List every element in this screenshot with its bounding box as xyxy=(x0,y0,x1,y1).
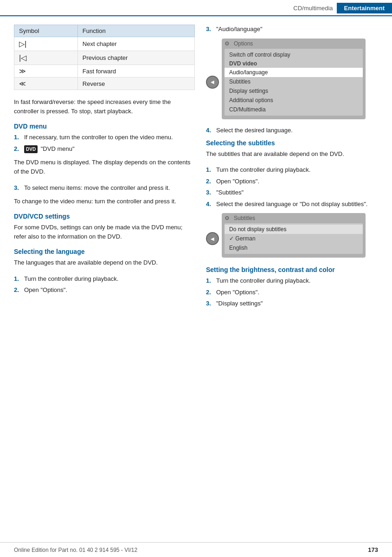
table-row: ≫ Fast forward xyxy=(14,65,195,78)
screen-row: Switch off control display xyxy=(225,50,363,59)
left-column: Symbol Function ▷| Next chapter |◁ Previ… xyxy=(14,25,195,313)
options-screen: ⚙ Options Switch off control display DVD… xyxy=(222,39,366,119)
function-next: Next chapter xyxy=(77,37,194,51)
audio-language-steps: 3. "Audio/language" xyxy=(206,25,378,34)
footer-text: Online Edition for Part no. 01 40 2 914 … xyxy=(14,547,137,553)
dvd-icon: DVD xyxy=(24,145,38,153)
table-header-symbol: Symbol xyxy=(14,25,78,37)
screen-title-bar: ⚙ Options xyxy=(225,40,363,47)
list-item: 2. Open "Options". xyxy=(206,288,378,297)
list-item: 1. If necessary, turn the controller to … xyxy=(14,133,195,142)
right-column: 3. "Audio/language" ◀ ⚙ Options Switch o… xyxy=(206,25,378,313)
dvd-menu-note2: To change to the video menu: turn the co… xyxy=(14,197,195,206)
brightness-steps: 1. Turn the controller during playback. … xyxy=(206,276,378,308)
list-item: 3. To select menu items: move the contro… xyxy=(14,183,195,193)
screen-section-dvd: DVD video xyxy=(225,59,363,68)
options-screen-body: Switch off control display DVD video Aud… xyxy=(225,49,363,116)
dvd-menu-steps: 1. If necessary, turn the controller to … xyxy=(14,133,195,153)
list-item: 1. Turn the controller during playback. xyxy=(14,274,195,284)
dvd-menu-steps2: 3. To select menu items: move the contro… xyxy=(14,183,195,193)
selecting-language-steps: 1. Turn the controller during playback. … xyxy=(14,274,195,295)
list-item: 1. Turn the controller during playback. xyxy=(206,276,378,285)
screen-row-german: ✓ German xyxy=(225,234,363,243)
page-header: CD/multimedia Entertainment xyxy=(0,0,392,16)
list-item: 3. "Subtitles" xyxy=(206,188,378,197)
subtitles-screen: ⚙ Subtitles Do not display subtitles ✓ G… xyxy=(222,213,366,258)
screen-row-do-not-display: Do not display subtitles xyxy=(225,225,363,234)
screen-title: Options xyxy=(234,40,253,47)
screen-row: Display settings xyxy=(225,86,363,96)
dvd-menu-note1: The DVD menu is displayed. The display d… xyxy=(14,158,195,176)
symbol-rev: ≪ xyxy=(14,78,78,90)
select-language-step: 4. Select the desired language. xyxy=(206,126,378,135)
screen-row-english: English xyxy=(225,243,363,253)
list-item: 4. Select the desired language or "Do no… xyxy=(206,200,378,209)
list-item: 1. Turn the controller during playback. xyxy=(206,165,378,175)
controller-button: ◀ xyxy=(206,76,219,89)
subtitles-screen-title: Subtitles xyxy=(234,215,255,221)
main-content: Symbol Function ▷| Next chapter |◁ Previ… xyxy=(0,16,392,313)
subtitles-title-bar: ⚙ Subtitles xyxy=(225,215,363,221)
selecting-subtitles-text: The subtitles that are available depend … xyxy=(206,149,378,159)
list-item: 2. Open "Options". xyxy=(206,177,378,186)
symbol-table: Symbol Function ▷| Next chapter |◁ Previ… xyxy=(14,25,195,90)
table-row: ≪ Reverse xyxy=(14,78,195,90)
controller-button-2: ◀ xyxy=(206,232,219,245)
function-prev: Previous chapter xyxy=(77,51,194,65)
dvd-menu-heading: DVD menu xyxy=(14,123,195,130)
symbol-prev: |◁ xyxy=(14,51,78,65)
list-item: 2. DVD "DVD menu" xyxy=(14,144,195,154)
dvd-vcd-heading: DVD/VCD settings xyxy=(14,213,195,220)
screen-row: Subtitles xyxy=(225,77,363,86)
selecting-subtitles-heading: Selecting the subtitles xyxy=(206,139,378,147)
selecting-language-text: The languages that are available depend … xyxy=(14,258,195,267)
options-screen-container: ◀ ⚙ Options Switch off control display D… xyxy=(206,39,378,126)
function-ff: Fast forward xyxy=(77,65,194,78)
page-number: 173 xyxy=(368,546,378,553)
list-item: 3. "Audio/language" xyxy=(206,25,378,34)
options-icon: ⚙ xyxy=(225,40,231,47)
subtitles-steps: 1. Turn the controller during playback. … xyxy=(206,165,378,208)
header-cd-multimedia: CD/multimedia xyxy=(293,5,336,12)
symbol-ff: ≫ xyxy=(14,65,78,78)
subtitles-screen-body: Do not display subtitles ✓ German Englis… xyxy=(225,223,363,254)
function-rev: Reverse xyxy=(77,78,194,90)
list-item: 4. Select the desired language. xyxy=(206,126,378,135)
header-entertainment: Entertainment xyxy=(337,3,392,13)
screen-row: Additional options xyxy=(225,96,363,105)
subtitles-icon: ⚙ xyxy=(225,215,231,221)
brightness-heading: Setting the brightness, contrast and col… xyxy=(206,266,378,273)
page-footer: Online Edition for Part no. 01 40 2 914 … xyxy=(0,542,392,557)
screen-row-highlighted: Audio/language xyxy=(225,68,363,77)
table-header-function: Function xyxy=(77,25,194,37)
list-item: 2. Open "Options". xyxy=(14,285,195,295)
symbol-next: ▷| xyxy=(14,37,78,51)
dvd-vcd-text: For some DVDs, settings can only be made… xyxy=(14,223,195,241)
fast-forward-note: In fast forward/reverse: the speed incre… xyxy=(14,97,195,116)
table-row: |◁ Previous chapter xyxy=(14,51,195,65)
table-row: ▷| Next chapter xyxy=(14,37,195,51)
screen-row: CD/Multimedia xyxy=(225,105,363,114)
selecting-language-heading: Selecting the language xyxy=(14,248,195,255)
subtitles-screen-container: ◀ ⚙ Subtitles Do not display subtitles ✓… xyxy=(206,213,378,264)
list-item: 3. "Display settings" xyxy=(206,299,378,308)
